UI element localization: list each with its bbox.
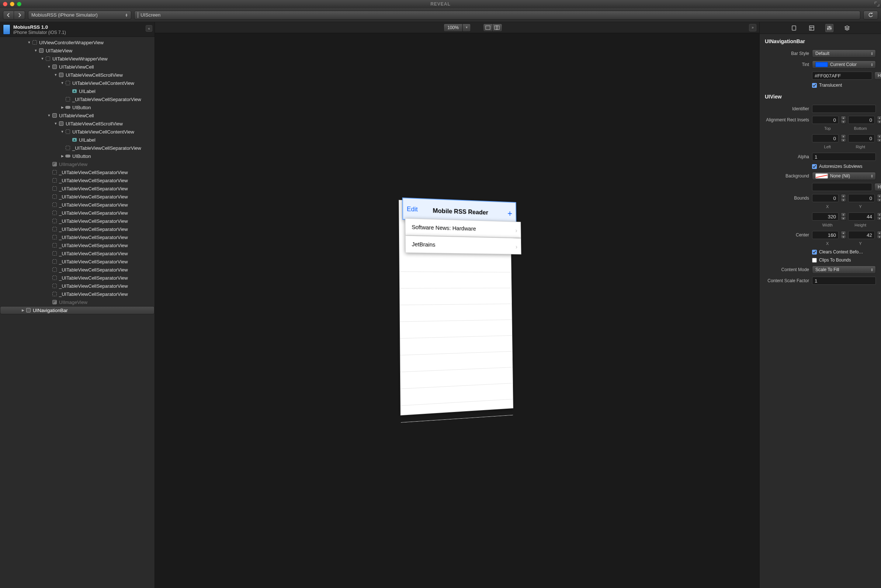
disclosure-triangle-icon[interactable]: ▼ — [60, 81, 65, 85]
disclosure-triangle-icon[interactable]: ▼ — [33, 49, 38, 52]
clears-context-checkbox[interactable]: Clears Context Befo… — [812, 249, 863, 255]
tree-row[interactable]: _UITableViewCellSeparatorView — [0, 290, 154, 298]
tree-row[interactable]: _UITableViewCellSeparatorView — [0, 225, 154, 233]
stepper[interactable]: ▲▼ — [877, 194, 881, 202]
minimize-window-button[interactable] — [10, 2, 14, 6]
scale-factor-field[interactable] — [812, 277, 876, 285]
tree-row[interactable]: ▼UITableViewWrapperView — [0, 55, 154, 63]
disclosure-triangle-icon[interactable]: ▼ — [53, 73, 58, 77]
bar-style-select[interactable]: Default ▲▼ — [812, 50, 876, 57]
mode-3d-button[interactable] — [493, 24, 502, 32]
inset-right-field[interactable] — [848, 134, 875, 142]
tree-row[interactable]: _UITableViewCellSeparatorView — [0, 144, 154, 152]
identifier-field[interactable] — [812, 105, 876, 113]
tree-row[interactable]: _UITableViewCellSeparatorView — [0, 209, 154, 217]
translucent-checkbox[interactable]: Translucent — [812, 82, 842, 88]
target-select[interactable]: MobiusRSS (iPhone Simulator) ▲▼ — [28, 11, 131, 20]
autoresize-checkbox[interactable]: Autoresizes Subviews — [812, 164, 862, 169]
tree-row[interactable]: ▼UITableViewCellContentView — [0, 79, 154, 87]
center-x-field[interactable] — [812, 231, 839, 239]
expand-canvas-button[interactable]: » — [749, 24, 757, 32]
inset-top-field[interactable] — [812, 116, 839, 124]
content-mode-select[interactable]: Scale To Fill ▲▼ — [812, 266, 876, 274]
background-select[interactable]: None (Nil) ▲▼ — [812, 172, 876, 180]
stepper[interactable]: ▲▼ — [877, 134, 881, 142]
color-format-select[interactable]: Hex ▲▼ — [874, 72, 881, 80]
disclosure-triangle-icon[interactable]: ▼ — [27, 40, 32, 44]
disclosure-triangle-icon[interactable]: ▼ — [60, 130, 65, 134]
stepper[interactable]: ▲▼ — [841, 213, 846, 220]
disclosure-triangle-icon[interactable]: ▶ — [60, 105, 65, 109]
tab-attributes[interactable] — [825, 24, 833, 32]
table-cell-layer[interactable]: Software News: Hardware › — [405, 218, 521, 238]
tree-row[interactable]: _UITableViewCellSeparatorView — [0, 258, 154, 266]
tree-row[interactable]: _UITableViewCellSeparatorView — [0, 201, 154, 209]
tree-row[interactable]: _UITableViewCellSeparatorView — [0, 217, 154, 225]
hierarchy-tree[interactable]: ▼UIViewControllerWrapperView▼UITableView… — [0, 37, 154, 588]
tree-row[interactable]: _UITableViewCellSeparatorView — [0, 168, 154, 176]
center-y-field[interactable] — [848, 231, 875, 239]
disclosure-triangle-icon[interactable]: ▼ — [40, 57, 45, 60]
bounds-y-field[interactable] — [848, 194, 875, 202]
disclosure-triangle-icon[interactable]: ▼ — [46, 114, 52, 117]
tab-layout[interactable] — [808, 24, 816, 32]
tree-row[interactable]: ▼UIViewControllerWrapperView — [0, 38, 154, 46]
stepper[interactable]: ▲▼ — [877, 116, 881, 124]
tree-row[interactable]: ▶UIButton — [0, 103, 154, 111]
tree-row[interactable]: ▼UITableViewCellContentView — [0, 128, 154, 136]
forward-button[interactable] — [14, 11, 25, 20]
tree-row[interactable]: _UITableViewCellSeparatorView — [0, 282, 154, 290]
tab-identity[interactable] — [790, 24, 798, 32]
back-button[interactable] — [3, 11, 14, 20]
bounds-h-field[interactable] — [848, 213, 875, 220]
stepper[interactable]: ▲▼ — [877, 231, 881, 239]
tree-row[interactable]: ▼UITableViewCell — [0, 111, 154, 120]
stepper[interactable]: ▲▼ — [841, 194, 846, 202]
bounds-w-field[interactable] — [812, 213, 839, 220]
collapse-sidebar-button[interactable]: « — [146, 25, 152, 32]
tree-row[interactable]: AUILabel — [0, 87, 154, 95]
table-cell-layer[interactable]: JetBrains › — [405, 236, 521, 254]
tree-row[interactable]: _UITableViewCellSeparatorView — [0, 176, 154, 184]
tree-row[interactable]: _UITableViewCellSeparatorView — [0, 249, 154, 258]
tree-row[interactable]: ▶UINavigationBar — [0, 306, 154, 314]
bounds-x-field[interactable] — [812, 194, 839, 202]
background-hex-field[interactable] — [812, 183, 872, 191]
tree-row[interactable]: AUILabel — [0, 136, 154, 144]
tree-row[interactable]: _UITableViewCellSeparatorView — [0, 274, 154, 282]
tree-row[interactable]: UIImageView — [0, 160, 154, 168]
disclosure-triangle-icon[interactable]: ▼ — [53, 122, 58, 125]
tree-row[interactable]: ▼UITableViewCellScrollView — [0, 71, 154, 79]
tree-row[interactable]: ▼UITableViewCellScrollView — [0, 120, 154, 128]
zoom-control[interactable]: 100% ▼ — [443, 24, 471, 32]
tree-row[interactable]: _UITableViewCellSeparatorView — [0, 95, 154, 103]
disclosure-triangle-icon[interactable]: ▶ — [60, 154, 65, 158]
tree-row[interactable]: _UITableViewCellSeparatorView — [0, 266, 154, 274]
zoom-window-button[interactable] — [17, 2, 21, 6]
mode-2d-button[interactable] — [483, 24, 493, 32]
color-format-select[interactable]: Hex ▲▼ — [874, 183, 881, 191]
tree-row[interactable]: UIImageView — [0, 298, 154, 306]
tree-row[interactable]: _UITableViewCellSeparatorView — [0, 241, 154, 249]
tree-row[interactable]: ▼UITableViewCell — [0, 63, 154, 71]
breadcrumb-bar[interactable]: UIScreen — [134, 11, 860, 20]
canvas-3d-scene[interactable]: Edit Mobile RSS Reader + Software News: … — [155, 33, 759, 588]
stepper[interactable]: ▲▼ — [841, 134, 846, 142]
clips-bounds-checkbox[interactable]: Clips To Bounds — [812, 258, 851, 262]
inset-left-field[interactable] — [812, 134, 839, 142]
tree-row[interactable]: _UITableViewCellSeparatorView — [0, 192, 154, 201]
tree-row[interactable]: _UITableViewCellSeparatorView — [0, 184, 154, 192]
close-window-button[interactable] — [3, 2, 7, 6]
disclosure-triangle-icon[interactable]: ▶ — [20, 308, 25, 312]
alpha-field[interactable] — [812, 153, 876, 161]
tree-row[interactable]: ▼UITableView — [0, 46, 154, 55]
disclosure-triangle-icon[interactable]: ▼ — [46, 65, 52, 69]
tree-row[interactable]: _UITableViewCellSeparatorView — [0, 233, 154, 241]
tint-select[interactable]: Current Color ▲▼ — [812, 60, 876, 69]
tab-layers[interactable] — [843, 24, 851, 32]
fullscreen-icon[interactable] — [874, 2, 880, 7]
refresh-button[interactable] — [863, 11, 878, 20]
stepper[interactable]: ▲▼ — [841, 231, 846, 239]
inset-bottom-field[interactable] — [848, 116, 875, 124]
stepper[interactable]: ▲▼ — [877, 213, 881, 220]
